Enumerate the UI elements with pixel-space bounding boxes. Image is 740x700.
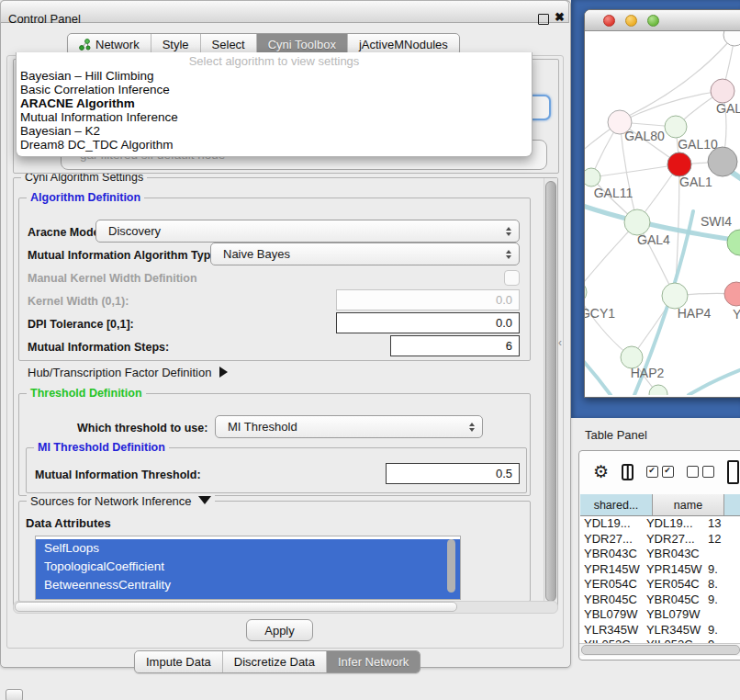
apply-button[interactable]: Apply [246, 619, 313, 641]
column-header-A[interactable]: A [724, 494, 740, 516]
minimize-traffic-light[interactable] [625, 15, 637, 27]
algorithm-option[interactable]: Basic Correlation Inference [17, 83, 532, 96]
panel-splitter-handle[interactable]: ‹ [558, 336, 562, 349]
table-row[interactable]: YBR043CYBR043C [580, 547, 740, 562]
algorithm-option[interactable]: ARACNE Algorithm [17, 96, 532, 110]
manual-kernel-label: Manual Kernel Width Definition [28, 272, 197, 285]
table-cell: YDR27... [580, 532, 643, 548]
panel-title: Control Panel [8, 12, 81, 26]
manual-kernel-checkbox[interactable] [504, 270, 520, 286]
table-cell: YDL19... [580, 516, 643, 532]
table-cell: YPR145W [580, 562, 643, 578]
tab-impute-data[interactable]: Impute Data [135, 651, 223, 672]
minimized-window-icon[interactable] [6, 689, 23, 700]
network-node-gal4[interactable] [624, 209, 650, 235]
algorithm-option[interactable]: Bayesian – Hill Climbing [17, 69, 532, 83]
mi-steps-field[interactable]: 6 [390, 335, 520, 356]
settings-vertical-scrollbar-thumb[interactable] [545, 181, 556, 602]
float-icon[interactable] [538, 14, 549, 25]
new-document-icon[interactable] [727, 460, 739, 484]
checked-box-icon [646, 466, 658, 478]
table-cell: 8. [704, 577, 740, 593]
dpi-tolerance-field[interactable]: 0.0 [336, 312, 520, 333]
table-cell: 13 [704, 516, 740, 532]
deselect-all-checkboxes-icon[interactable] [687, 466, 714, 478]
network-node-hap4[interactable] [662, 283, 688, 309]
collapse-arrow-icon[interactable] [198, 496, 211, 504]
attribute-list-item[interactable]: SelfLoops [36, 539, 460, 558]
attribute-list-item[interactable]: BetweennessCentrality [36, 576, 460, 594]
table-cell: YBR043C [643, 547, 704, 562]
sources-group-title[interactable]: Sources for Network Inference [27, 494, 215, 508]
tab-discretize-data[interactable]: Discretize Data [223, 651, 327, 672]
table-header-row: shared...nameA [580, 494, 740, 516]
table-row[interactable]: YDL19...YDL19...13 [580, 516, 740, 532]
tab-infer-network[interactable]: Infer Network [327, 651, 420, 672]
close-icon[interactable]: ✖ [555, 10, 565, 24]
network-node-y[interactable] [724, 282, 740, 306]
node-label-gal80: GAL80 [624, 129, 665, 143]
algorithm-dropdown-popup: Select algorithm to view settings Bayesi… [16, 52, 533, 157]
hub-definition-section[interactable]: Hub/Transcription Factor Definition [28, 366, 228, 379]
mi-threshold-group-title: MI Threshold Definition [34, 441, 169, 454]
network-node-swi4[interactable] [727, 230, 740, 255]
network-node-gcy1[interactable] [585, 281, 587, 303]
node-label-gal11: GAL11 [594, 186, 633, 200]
which-threshold-combo[interactable]: MI Threshold [215, 415, 483, 438]
table-cell: YBR043C [580, 547, 643, 562]
table-row[interactable]: YBR045CYBR045C9. [580, 593, 740, 608]
mi-type-combo[interactable]: Naive Bayes [210, 243, 520, 265]
attribute-list-item[interactable]: TopologicalCoefficient [36, 558, 460, 576]
network-canvas[interactable]: GALGAL80GAL10GAL1GAL11GAL4SWI4YGCY1HAP4H… [585, 31, 740, 395]
zoom-traffic-light[interactable] [647, 15, 659, 27]
table-cell [704, 547, 740, 562]
settings-gear-icon[interactable]: ⚙ [593, 461, 609, 482]
close-traffic-light[interactable] [603, 15, 615, 27]
attribute-list-item[interactable]: gal4RGexp [36, 594, 460, 600]
network-edge-highlighted [689, 368, 740, 395]
table-row[interactable]: YBL079WYBL079W [580, 607, 740, 623]
algorithm-option[interactable]: Bayesian – K2 [17, 124, 532, 138]
threshold-definition-title: Threshold Definition [27, 387, 146, 400]
network-node[interactable] [708, 147, 737, 176]
network-edge [585, 292, 632, 357]
network-node[interactable] [723, 31, 740, 46]
node-label-gal: GAL [716, 101, 740, 116]
table-row[interactable]: YLR345WYLR345W9. [580, 623, 740, 638]
data-attributes-label: Data Attributes [26, 516, 111, 530]
aracne-mode-combo[interactable]: Discovery [95, 220, 520, 243]
table-horizontal-scrollbar-thumb[interactable] [581, 645, 740, 655]
table-cell: 9. [704, 562, 740, 578]
combo-spinner-icon [506, 250, 511, 259]
table-cell: YDR27... [643, 532, 704, 548]
column-selector-icon[interactable] [622, 464, 633, 480]
kernel-width-field[interactable]: 0.0 [336, 289, 520, 310]
table-cell: YBL079W [580, 607, 643, 623]
table-panel-title: Table Panel [585, 428, 647, 442]
aracne-mode-value: Discovery [108, 224, 161, 238]
expand-arrow-icon[interactable] [219, 367, 228, 378]
table-row[interactable]: YER054CYER054C8. [580, 577, 740, 593]
table-row[interactable]: YDR27...YDR27...12 [580, 532, 740, 548]
column-header-shared[interactable]: shared... [580, 494, 653, 516]
select-all-checkboxes-icon[interactable] [646, 466, 674, 478]
network-graph: GALGAL80GAL10GAL1GAL11GAL4SWI4YGCY1HAP4H… [585, 31, 740, 395]
network-node-gal10[interactable] [665, 116, 687, 138]
table-cell: 9. [704, 593, 740, 608]
node-label-y: Y [733, 307, 740, 322]
algorithm-option[interactable]: Mutual Information Inference [17, 110, 532, 124]
algorithm-option[interactable]: Dream8 DC_TDC Algorithm [17, 138, 532, 152]
mi-threshold-field[interactable]: 0.5 [386, 463, 520, 484]
kernel-width-label: Kernel Width (0,1): [28, 295, 129, 308]
node-label-hap2: HAP2 [631, 366, 665, 380]
checked-box-icon [662, 466, 674, 478]
table-cell: 12 [704, 532, 740, 548]
column-header-name[interactable]: name [653, 494, 724, 516]
table-row[interactable]: YPR145WYPR145W9. [580, 562, 740, 578]
sources-title-text: Sources for Network Inference [30, 494, 192, 508]
attributes-list-scrollbar-thumb[interactable] [447, 539, 455, 593]
settings-horizontal-scrollbar-thumb[interactable] [15, 602, 457, 612]
network-node-gal11[interactable] [585, 168, 600, 186]
network-node-gal1[interactable] [667, 152, 691, 176]
network-node-gal[interactable] [711, 79, 734, 103]
